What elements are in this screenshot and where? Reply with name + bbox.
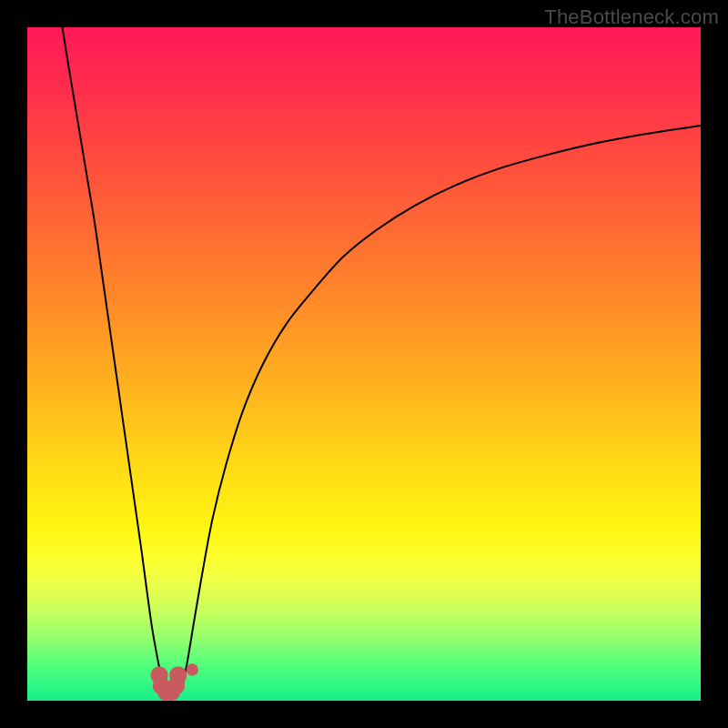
marker-trough-right-edge [169,666,187,683]
curves-layer [27,27,701,701]
marker-right-start-dot [187,663,198,675]
chart-frame: TheBottleneck.com [0,0,728,728]
plot-area [27,27,701,701]
watermark-text: TheBottleneck.com [544,5,719,29]
curve-left-branch [62,27,164,687]
curve-right-branch [182,126,701,687]
